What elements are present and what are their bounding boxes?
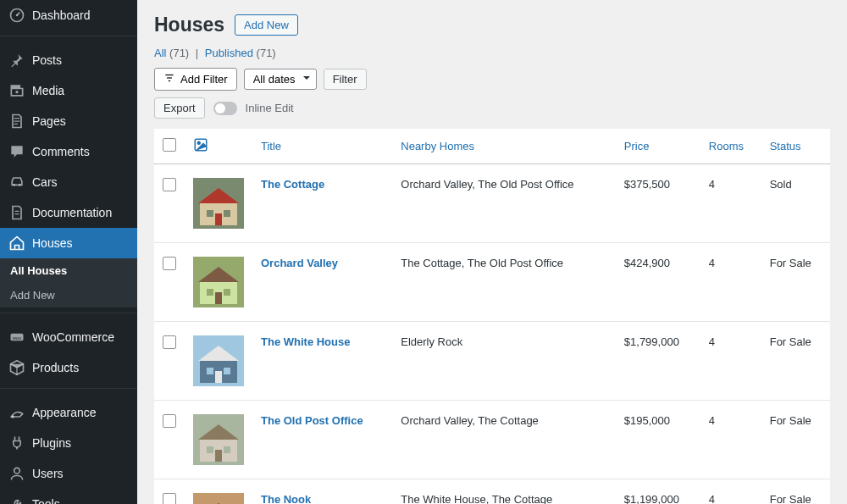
col-rooms[interactable]: Rooms (700, 129, 761, 164)
export-button[interactable]: Export (154, 97, 205, 119)
sidebar-item-cars[interactable]: Cars (0, 167, 137, 197)
row-status: Sold (761, 164, 830, 243)
row-checkbox[interactable] (163, 257, 176, 270)
svg-point-4 (19, 184, 21, 186)
doc-icon (8, 204, 25, 221)
sidebar-item-label: Comments (32, 145, 90, 158)
row-status: For Sale (761, 322, 830, 401)
sidebar-item-users[interactable]: Users (0, 458, 137, 489)
table-row: The Old Post Office Orchard Valley, The … (154, 401, 830, 479)
tool-icon (8, 496, 25, 504)
media-icon (8, 82, 25, 99)
admin-sidebar: DashboardPostsMediaPagesCommentsCarsDocu… (0, 0, 137, 504)
sidebar-submenu: All HousesAdd New (0, 258, 137, 307)
posts-table: Title Nearby Homes Price Rooms Status Th… (154, 129, 830, 504)
svg-rect-19 (215, 213, 222, 225)
svg-rect-18 (224, 210, 230, 217)
row-title-link[interactable]: The Nook (261, 493, 311, 504)
sidebar-item-label: Tools (32, 497, 60, 504)
row-title-link[interactable]: The Old Post Office (261, 414, 363, 427)
filter-icon (163, 72, 175, 86)
col-title[interactable]: Title (252, 129, 392, 164)
svg-rect-23 (207, 289, 213, 296)
row-rooms: 4 (700, 479, 761, 505)
table-row: Orchard Valley The Cottage, The Old Post… (154, 243, 830, 322)
row-title-link[interactable]: Orchard Valley (261, 257, 338, 269)
row-checkbox[interactable] (163, 178, 176, 191)
row-nearby: The Cottage, The Old Post Office (392, 243, 616, 322)
woo-icon: woo (8, 329, 25, 346)
col-status[interactable]: Status (761, 129, 830, 164)
svg-point-7 (11, 415, 14, 418)
sidebar-item-label: Users (32, 467, 64, 480)
image-icon (193, 137, 208, 152)
appearance-icon (8, 404, 25, 421)
row-thumbnail[interactable] (185, 164, 252, 243)
svg-point-1 (16, 14, 19, 17)
sidebar-subitem-add-new[interactable]: Add New (0, 283, 137, 307)
svg-rect-29 (207, 368, 213, 374)
row-checkbox[interactable] (163, 335, 176, 349)
svg-rect-25 (215, 292, 222, 304)
sidebar-item-houses[interactable]: Houses (0, 228, 137, 258)
home-icon (8, 235, 25, 252)
svg-rect-35 (207, 446, 213, 453)
sidebar-item-label: Plugins (32, 436, 71, 450)
add-filter-button[interactable]: Add Filter (154, 68, 237, 91)
row-nearby: Orchard Valley, The Cottage (392, 401, 616, 479)
row-title-link[interactable]: The White House (261, 335, 350, 348)
row-thumbnail[interactable] (185, 322, 252, 401)
sidebar-item-comments[interactable]: Comments (0, 136, 137, 167)
svg-point-3 (13, 184, 15, 186)
svg-rect-38 (193, 493, 244, 504)
add-new-button[interactable]: Add New (235, 14, 298, 36)
user-icon (8, 465, 25, 482)
row-title-link[interactable]: The Cottage (261, 178, 324, 191)
col-image[interactable] (185, 129, 252, 164)
filter-published-link[interactable]: Published (205, 47, 253, 59)
row-price: $375,500 (616, 164, 700, 243)
filter-button[interactable]: Filter (324, 69, 367, 90)
pin-icon (8, 52, 25, 69)
filter-all-link[interactable]: All (154, 47, 166, 59)
sidebar-item-posts[interactable]: Posts (0, 45, 137, 75)
svg-point-13 (197, 141, 200, 144)
sidebar-item-label: Houses (32, 236, 72, 250)
date-filter-select[interactable]: All dates (244, 69, 317, 90)
svg-rect-31 (215, 371, 222, 383)
sidebar-item-documentation[interactable]: Documentation (0, 197, 137, 228)
row-rooms: 4 (700, 322, 761, 401)
sidebar-item-plugins[interactable]: Plugins (0, 428, 137, 458)
sidebar-item-dashboard[interactable]: Dashboard (0, 0, 137, 30)
col-price[interactable]: Price (616, 129, 700, 164)
row-nearby: Orchard Valley, The Old Post Office (392, 164, 616, 243)
select-all-checkbox[interactable] (163, 138, 176, 152)
row-rooms: 4 (700, 164, 761, 243)
dashboard-icon (8, 7, 25, 24)
sidebar-item-products[interactable]: Products (0, 352, 137, 383)
row-price: $1,199,000 (616, 479, 700, 505)
table-row: The White House Elderly Rock $1,799,000 … (154, 322, 830, 401)
inline-edit-label: Inline Edit (246, 102, 294, 114)
row-thumbnail[interactable] (185, 401, 252, 479)
sidebar-item-tools[interactable]: Tools (0, 489, 137, 504)
main-content: Houses Add New All (71) | Published (71)… (137, 0, 847, 504)
row-thumbnail[interactable] (185, 243, 252, 322)
sidebar-item-media[interactable]: Media (0, 75, 137, 106)
sidebar-item-woocommerce[interactable]: wooWooCommerce (0, 322, 137, 352)
sidebar-item-pages[interactable]: Pages (0, 106, 137, 136)
row-checkbox[interactable] (163, 414, 176, 428)
svg-point-2 (15, 91, 18, 93)
row-rooms: 4 (700, 243, 761, 322)
sidebar-item-appearance[interactable]: Appearance (0, 397, 137, 428)
svg-point-8 (14, 468, 20, 474)
sidebar-item-label: Media (32, 84, 64, 97)
svg-rect-36 (224, 446, 230, 453)
col-nearby[interactable]: Nearby Homes (392, 129, 616, 164)
row-thumbnail[interactable] (185, 479, 252, 505)
row-checkbox[interactable] (163, 493, 176, 504)
sidebar-item-label: Appearance (32, 406, 97, 419)
inline-edit-toggle[interactable] (213, 102, 237, 115)
sidebar-subitem-all-houses[interactable]: All Houses (0, 258, 137, 283)
svg-text:woo: woo (12, 335, 22, 341)
